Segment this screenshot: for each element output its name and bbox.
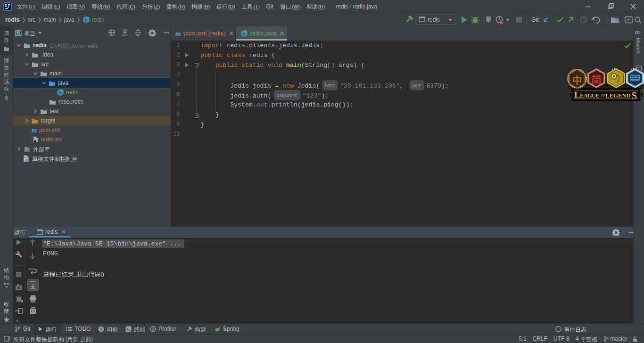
svg-text:LEGEND: LEGEND	[605, 92, 631, 99]
svg-text:L: L	[574, 90, 580, 100]
svg-text:»: »	[16, 318, 18, 323]
svg-text:redis: redis	[428, 16, 440, 23]
svg-text:EAGUE: EAGUE	[580, 92, 600, 99]
svg-text:S: S	[632, 90, 637, 101]
svg-text:Git:: Git:	[531, 16, 540, 23]
svg-text:OF: OF	[601, 94, 606, 98]
